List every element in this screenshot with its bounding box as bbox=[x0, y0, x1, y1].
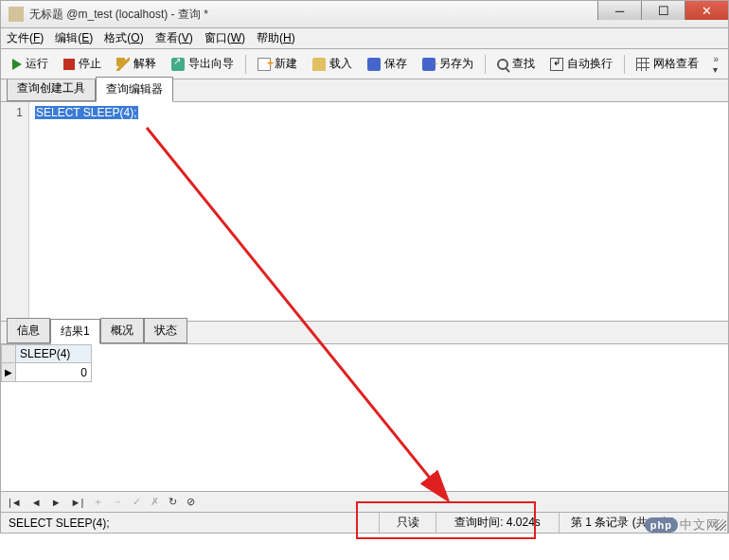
nav-add[interactable]: ＋ bbox=[91, 495, 105, 509]
nav-ok[interactable]: ✓ bbox=[131, 496, 143, 508]
grid-corner bbox=[1, 344, 16, 363]
tab-status[interactable]: 状态 bbox=[144, 318, 187, 343]
maximize-button[interactable]: ☐ bbox=[641, 1, 685, 20]
nav-prev[interactable]: ◄ bbox=[29, 497, 44, 508]
new-icon bbox=[258, 58, 271, 71]
separator bbox=[485, 55, 486, 74]
status-querytime: 查询时间: 4.024s bbox=[436, 513, 560, 533]
stop-button[interactable]: 停止 bbox=[58, 52, 107, 76]
grid-icon bbox=[636, 58, 649, 71]
nav-first[interactable]: |◄ bbox=[7, 497, 24, 508]
status-sql: SELECT SLEEP(4); bbox=[1, 513, 380, 533]
nav-cancel[interactable]: ✗ bbox=[149, 496, 161, 508]
nav-refresh[interactable]: ↻ bbox=[167, 496, 179, 508]
menu-help[interactable]: 帮助(H) bbox=[257, 30, 295, 46]
minimize-button[interactable]: ─ bbox=[597, 1, 641, 20]
result-panel: SLEEP(4) ▶ 0 bbox=[0, 344, 729, 492]
tab-builder[interactable]: 查询创建工具 bbox=[7, 76, 96, 101]
grid-header: SLEEP(4) bbox=[1, 344, 92, 363]
status-readonly: 只读 bbox=[380, 513, 436, 533]
toolbar: 运行 停止 解释 导出向导 新建 载入 保存 另存为 查找 自动换行 网格查看 … bbox=[0, 49, 729, 79]
gridview-button[interactable]: 网格查看 bbox=[631, 52, 704, 76]
query-tabs: 查询创建工具 查询编辑器 bbox=[0, 79, 729, 102]
menu-file[interactable]: 文件(F) bbox=[7, 30, 44, 46]
saveas-icon bbox=[422, 58, 436, 71]
line-gutter: 1 bbox=[1, 102, 29, 321]
window-title: 无标题 @m_test (localhost) - 查询 * bbox=[29, 7, 208, 23]
export-button[interactable]: 导出向导 bbox=[166, 52, 240, 76]
toolbar-overflow[interactable]: »▾ bbox=[709, 54, 722, 75]
selected-code: SELECT SLEEP(4); bbox=[35, 106, 138, 119]
separator bbox=[624, 55, 625, 74]
save-icon bbox=[367, 58, 381, 71]
nav-delete[interactable]: － bbox=[111, 495, 125, 509]
table-row[interactable]: ▶ 0 bbox=[1, 363, 92, 382]
search-icon bbox=[497, 59, 508, 70]
find-button[interactable]: 查找 bbox=[491, 52, 541, 76]
menu-view[interactable]: 查看(V) bbox=[155, 30, 193, 46]
saveas-button[interactable]: 另存为 bbox=[417, 52, 479, 76]
explain-button[interactable]: 解释 bbox=[111, 52, 162, 76]
tab-result1[interactable]: 结果1 bbox=[50, 319, 100, 344]
sql-editor[interactable]: 1 SELECT SLEEP(4); bbox=[0, 102, 729, 322]
watermark: php中文网 bbox=[645, 516, 720, 534]
window-controls: ─ ☐ ✕ bbox=[597, 1, 728, 20]
stop-icon bbox=[63, 59, 75, 70]
wrap-button[interactable]: 自动换行 bbox=[544, 52, 618, 76]
app-icon bbox=[9, 7, 24, 22]
separator bbox=[245, 55, 246, 74]
close-button[interactable]: ✕ bbox=[685, 1, 728, 20]
new-button[interactable]: 新建 bbox=[252, 52, 303, 76]
tab-info[interactable]: 信息 bbox=[7, 318, 50, 343]
column-header[interactable]: SLEEP(4) bbox=[16, 344, 92, 363]
wrench-icon bbox=[116, 58, 130, 71]
tab-profile[interactable]: 概况 bbox=[100, 318, 144, 343]
code-area[interactable]: SELECT SLEEP(4); bbox=[29, 102, 728, 321]
wrap-icon bbox=[550, 58, 563, 71]
row-marker: ▶ bbox=[1, 363, 16, 382]
menu-format[interactable]: 格式(O) bbox=[104, 30, 143, 46]
folder-icon bbox=[312, 58, 326, 71]
save-button[interactable]: 保存 bbox=[362, 52, 413, 76]
tab-editor[interactable]: 查询编辑器 bbox=[96, 77, 173, 102]
menu-window[interactable]: 窗口(W) bbox=[204, 30, 245, 46]
menubar: 文件(F) 编辑(E) 格式(O) 查看(V) 窗口(W) 帮助(H) bbox=[0, 28, 729, 49]
cell-value[interactable]: 0 bbox=[16, 363, 92, 382]
menu-edit[interactable]: 编辑(E) bbox=[55, 30, 93, 46]
play-icon bbox=[12, 59, 22, 70]
nav-next[interactable]: ► bbox=[49, 497, 63, 508]
window-titlebar: 无标题 @m_test (localhost) - 查询 * ─ ☐ ✕ bbox=[0, 0, 729, 28]
record-navigator: |◄ ◄ ► ►| ＋ － ✓ ✗ ↻ ⊘ bbox=[0, 492, 729, 513]
load-button[interactable]: 载入 bbox=[307, 52, 358, 76]
export-icon bbox=[171, 58, 185, 71]
run-button[interactable]: 运行 bbox=[7, 52, 54, 76]
nav-last[interactable]: ►| bbox=[69, 497, 86, 508]
status-bar: SELECT SLEEP(4); 只读 查询时间: 4.024s 第 1 条记录… bbox=[0, 513, 729, 534]
result-grid[interactable]: SLEEP(4) ▶ 0 bbox=[1, 344, 92, 382]
nav-stop[interactable]: ⊘ bbox=[185, 496, 197, 508]
result-tabs: 信息 结果1 概况 状态 bbox=[0, 322, 729, 344]
